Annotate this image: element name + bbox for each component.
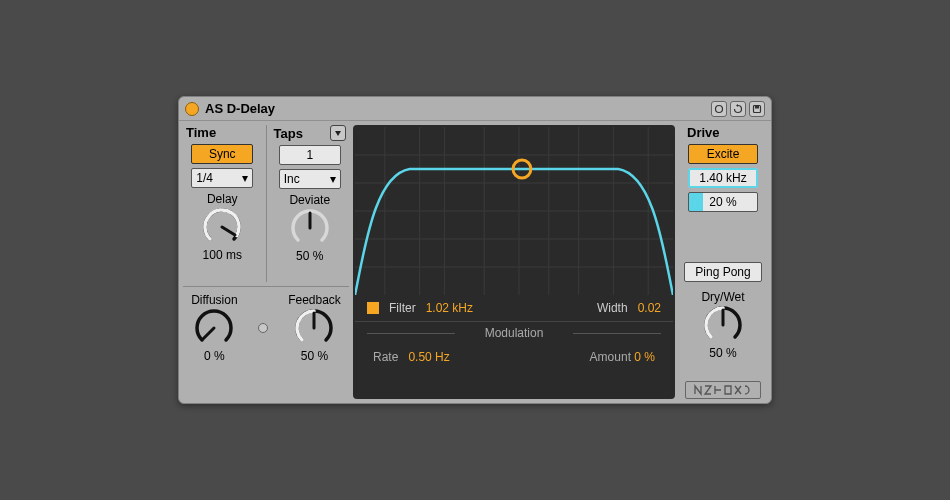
filter-freq-value[interactable]: 1.02 kHz [426,301,473,315]
svg-line-5 [203,328,214,339]
taps-count-input[interactable]: 1 [279,145,341,165]
pingpong-button[interactable]: Ping Pong [684,262,762,282]
panel-separator [266,125,267,282]
drywet-value: 50 % [709,346,736,360]
tempo-division-value: 1/4 [196,171,213,185]
mod-amount-label: Amount [590,350,631,364]
drywet-knob[interactable] [704,306,742,344]
right-column: Drive Excite 1.40 kHz 20 % Ping Pong Dry… [679,125,767,399]
tempo-division-select[interactable]: 1/4 ▾ [191,168,253,188]
diffusion-label: Diffusion [191,293,237,307]
svg-line-3 [222,227,235,235]
link-toggle[interactable] [258,323,268,333]
taps-mode-select[interactable]: Inc ▾ [279,169,341,189]
left-column: Time Sync 1/4 ▾ Delay [183,125,349,399]
time-label: Time [186,125,216,140]
time-taps-row: Time Sync 1/4 ▾ Delay [183,125,349,287]
drive-freq-input[interactable]: 1.40 kHz [688,168,758,188]
feedback-knob-group: Feedback 50 % [288,293,341,363]
title-bar: AS D-Delay [179,97,771,121]
taps-panel: Taps 1 Inc ▾ Deviate [271,125,350,282]
device-title: AS D-Delay [205,101,705,116]
feedback-value: 50 % [301,349,328,363]
drywet-knob-group: Dry/Wet 50 % [701,290,744,360]
sync-button[interactable]: Sync [191,144,253,164]
modulation-header: Modulation [367,326,661,340]
filter-width-label: Width [597,301,628,315]
modulation-section: Modulation Rate 0.50 Hz Amount 0 % [355,322,673,397]
mod-rate-value[interactable]: 0.50 Hz [408,350,449,364]
drive-amount-input[interactable]: 20 % [688,192,758,212]
delay-value: 100 ms [203,248,242,262]
filter-readout-row: Filter 1.02 kHz Width 0.02 [355,295,673,322]
filter-width-value[interactable]: 0.02 [638,301,661,315]
diffusion-feedback-row: Diffusion 0 % Feedback [183,287,349,363]
taps-label: Taps [274,126,303,141]
taps-mode-value: Inc [284,172,300,186]
drive-label: Drive [679,125,720,140]
filter-display: Filter 1.02 kHz Width 0.02 Modulation Ra… [353,125,675,399]
power-button[interactable] [185,102,199,116]
svg-rect-2 [755,105,759,108]
deviate-knob[interactable] [291,209,329,247]
svg-point-0 [716,105,723,112]
diffusion-knob-group: Diffusion 0 % [191,293,237,363]
device-panel: AS D-Delay Time Sync 1/4 [178,96,772,404]
chevron-down-icon: ▾ [242,171,248,185]
mod-rate-label: Rate [373,350,398,364]
taps-expand-button[interactable] [330,125,346,141]
deviate-value: 50 % [296,249,323,263]
hot-swap-icon[interactable] [711,101,727,117]
device-body: Time Sync 1/4 ▾ Delay [179,121,771,403]
filter-enable-toggle[interactable] [367,302,379,314]
filter-graph[interactable] [355,127,673,295]
delay-knob-group: Delay 100 ms [203,192,242,262]
brand-logo [685,381,761,399]
feedback-label: Feedback [288,293,341,307]
deviate-knob-group: Deviate 50 % [289,193,330,263]
chevron-down-icon: ▾ [330,172,336,186]
triangle-down-icon [334,129,342,137]
feedback-knob[interactable] [295,309,333,347]
save-preset-icon[interactable] [749,101,765,117]
mod-amount-value[interactable]: 0 % [634,350,655,364]
drive-mode-button[interactable]: Excite [688,144,758,164]
delay-knob[interactable] [203,208,241,246]
filter-label: Filter [389,301,416,315]
diffusion-knob[interactable] [195,309,233,347]
drywet-label: Dry/Wet [701,290,744,304]
title-icon-group [711,101,765,117]
delay-label: Delay [207,192,238,206]
reset-icon[interactable] [730,101,746,117]
deviate-label: Deviate [289,193,330,207]
time-panel: Time Sync 1/4 ▾ Delay [183,125,262,282]
diffusion-value: 0 % [204,349,225,363]
